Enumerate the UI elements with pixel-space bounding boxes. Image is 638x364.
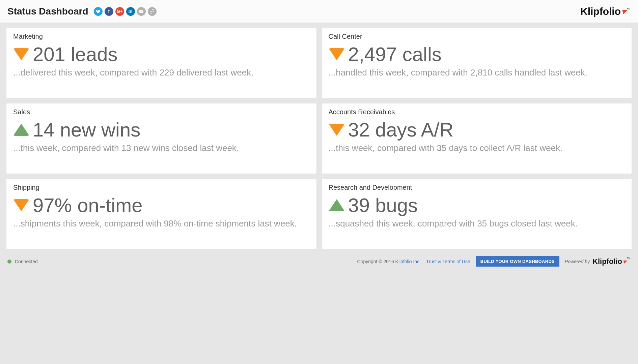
card-title: Accounts Receivables — [329, 108, 625, 116]
card-shipping: Shipping 97% on-time ...shipments this w… — [6, 179, 317, 249]
card-title: Sales — [13, 108, 310, 116]
status-dot-icon — [7, 260, 11, 264]
metric-value: 39 bugs — [348, 195, 418, 215]
brand-tick-icon — [622, 261, 627, 264]
dashboard-grid: Marketing 201 leads ...delivered this we… — [0, 23, 638, 253]
footer-left: Connected — [7, 259, 38, 264]
header-left: Status Dashboard f G+ in — [7, 6, 157, 17]
metric-row: 201 leads — [13, 44, 310, 64]
metric-subtext: ...squashed this week, compared with 35 … — [329, 218, 625, 230]
arrow-down-icon — [13, 48, 29, 60]
metric-row: 39 bugs — [329, 195, 625, 215]
arrow-down-icon — [329, 48, 345, 60]
brand-text: Klipfolio — [580, 6, 621, 17]
arrow-down-icon — [329, 124, 345, 136]
status-text: Connected — [15, 259, 38, 264]
metric-subtext: ...handled this week, compared with 2,81… — [329, 67, 625, 79]
metric-subtext: ...this week, compared with 13 new wins … — [13, 142, 310, 154]
metric-subtext: ...this week, compared with 35 days to c… — [329, 142, 625, 154]
powered-text: Powered by — [565, 259, 590, 264]
metric-value: 32 days A/R — [348, 120, 454, 140]
page-title: Status Dashboard — [7, 6, 88, 17]
metric-value: 97% on-time — [33, 195, 143, 215]
arrow-up-icon — [329, 199, 345, 211]
card-research-development: Research and Development 39 bugs ...squa… — [322, 179, 632, 249]
google-plus-icon[interactable]: G+ — [115, 7, 124, 16]
copyright-text: Copyright © 2016 Klipfolio Inc. — [357, 259, 421, 264]
copyright-prefix: Copyright © 2016 — [357, 259, 395, 264]
company-link[interactable]: Klipfolio Inc. — [395, 259, 421, 264]
header: Status Dashboard f G+ in Klipfolio™ — [0, 0, 638, 23]
metric-row: 97% on-time — [13, 195, 310, 215]
brand-logo: Klipfolio™ — [580, 6, 631, 17]
footer-right: Copyright © 2016 Klipfolio Inc. Trust & … — [357, 256, 631, 267]
metric-row: 14 new wins — [13, 120, 310, 140]
metric-value: 201 leads — [33, 44, 118, 64]
metric-value: 2,497 calls — [348, 44, 442, 64]
facebook-icon[interactable]: f — [105, 7, 113, 16]
trademark-icon: ™ — [627, 7, 631, 11]
card-title: Call Center — [329, 33, 625, 40]
footer-brand-logo: Klipfolio™ — [592, 257, 631, 266]
card-marketing: Marketing 201 leads ...delivered this we… — [6, 28, 317, 98]
email-icon[interactable] — [137, 7, 146, 16]
card-accounts-receivables: Accounts Receivables 32 days A/R ...this… — [322, 103, 632, 174]
brand-text: Klipfolio — [592, 257, 622, 266]
card-title: Shipping — [13, 184, 310, 191]
card-title: Marketing — [13, 33, 310, 40]
twitter-icon[interactable] — [94, 7, 103, 16]
card-sales: Sales 14 new wins ...this week, compared… — [6, 103, 317, 174]
card-title: Research and Development — [329, 184, 625, 191]
arrow-down-icon — [13, 199, 29, 211]
linkedin-icon[interactable]: in — [126, 7, 135, 16]
build-dashboards-button[interactable]: BUILD YOUR OWN DASHBOARDS — [476, 256, 559, 267]
metric-row: 2,497 calls — [329, 44, 625, 64]
arrow-up-icon — [13, 124, 29, 136]
share-icons: f G+ in — [94, 7, 157, 16]
card-call-center: Call Center 2,497 calls ...handled this … — [322, 28, 632, 98]
metric-subtext: ...shipments this week, compared with 98… — [13, 218, 310, 230]
metric-value: 14 new wins — [33, 120, 140, 140]
footer: Connected Copyright © 2016 Klipfolio Inc… — [0, 253, 638, 272]
terms-link[interactable]: Trust & Terms of Use — [426, 259, 470, 264]
trademark-icon: ™ — [627, 256, 631, 261]
link-icon[interactable] — [148, 7, 157, 16]
powered-by: Powered by Klipfolio™ — [565, 257, 631, 266]
metric-row: 32 days A/R — [329, 120, 625, 140]
metric-subtext: ...delivered this week, compared with 22… — [13, 67, 310, 79]
